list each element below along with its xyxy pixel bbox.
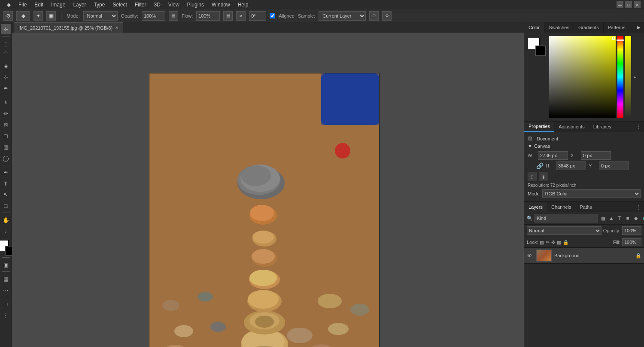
- opacity-input[interactable]: [142, 11, 165, 21]
- adjustments-tab[interactable]: Adjustments: [554, 122, 589, 132]
- smoothing-icon[interactable]: ⌀: [236, 11, 246, 21]
- expand-arrow[interactable]: ►: [633, 36, 636, 118]
- maximize-button[interactable]: □: [625, 1, 632, 8]
- lock-artboard-icon[interactable]: ▩: [557, 240, 561, 245]
- hue-slider[interactable]: [617, 36, 623, 118]
- opacity-input[interactable]: [622, 226, 641, 235]
- menu-select[interactable]: Select: [109, 1, 130, 9]
- lock-pixels-icon[interactable]: ✏: [546, 240, 550, 245]
- rectangular-marquee-tool[interactable]: ⬚: [1, 38, 11, 49]
- menu-ps[interactable]: ◆: [3, 1, 14, 9]
- tool-options-icon[interactable]: ⚙: [3, 11, 13, 21]
- menu-plugins[interactable]: Plugins: [184, 1, 207, 9]
- angle-input[interactable]: [249, 11, 266, 21]
- brush-tool[interactable]: ✏: [1, 108, 11, 119]
- clone-stamp-tool[interactable]: ⎘: [1, 119, 11, 130]
- adjustment-filter-icon[interactable]: ▲: [608, 215, 615, 222]
- eyedropper-tool[interactable]: ✒: [1, 83, 11, 93]
- mode-select[interactable]: Normal: [83, 11, 118, 21]
- pen-tool[interactable]: ✒: [1, 167, 11, 177]
- menu-window[interactable]: Window: [208, 1, 234, 9]
- pressure-opacity-icon[interactable]: ▤: [169, 11, 178, 21]
- channels-tab[interactable]: Channels: [547, 202, 575, 212]
- flow-input[interactable]: [196, 11, 220, 21]
- flow-icon[interactable]: ▤: [223, 11, 233, 21]
- aligned-checkbox[interactable]: [270, 13, 275, 18]
- menu-type[interactable]: Type: [90, 1, 108, 9]
- gradient-tool[interactable]: ▦: [1, 142, 11, 152]
- background-swatch[interactable]: [535, 46, 546, 56]
- quick-mask-toggle[interactable]: ▣: [1, 259, 11, 270]
- minimize-button[interactable]: —: [617, 1, 623, 8]
- link-icon[interactable]: 🔗: [536, 162, 543, 169]
- move-tool[interactable]: ✛: [1, 24, 11, 34]
- lasso-tool[interactable]: ⌒: [1, 49, 11, 60]
- width-input[interactable]: [538, 151, 568, 160]
- tab-close-button[interactable]: ✕: [115, 25, 118, 30]
- menu-edit[interactable]: Edit: [31, 1, 47, 9]
- text-filter-icon[interactable]: T: [616, 215, 623, 222]
- blend-mode-select[interactable]: Normal: [527, 226, 601, 235]
- arrange-tool[interactable]: ⋮: [1, 310, 11, 320]
- libraries-tab[interactable]: Libraries: [589, 122, 616, 132]
- portrait-button[interactable]: ▯: [528, 172, 537, 181]
- close-button[interactable]: ✕: [634, 1, 641, 8]
- filter-toggle[interactable]: ●: [641, 215, 644, 222]
- artboard-tool[interactable]: □: [1, 299, 11, 309]
- crop-tool[interactable]: ⊹: [1, 72, 11, 82]
- brush-size-icon[interactable]: ✦: [33, 11, 43, 21]
- canvas-section-header[interactable]: ▼ Canvas: [528, 143, 641, 149]
- properties-tab[interactable]: Properties: [524, 122, 554, 132]
- color-tab[interactable]: Color: [524, 22, 544, 33]
- height-input[interactable]: [556, 161, 586, 170]
- alpha-slider[interactable]: [625, 36, 631, 118]
- shape-filter-icon[interactable]: ■: [624, 215, 631, 222]
- layer-item[interactable]: 👁 Background 🔒: [524, 248, 644, 264]
- lock-position-icon[interactable]: ✜: [551, 240, 555, 245]
- y-input[interactable]: [599, 161, 629, 170]
- path-selection-tool[interactable]: ↖: [1, 189, 11, 200]
- hand-tool[interactable]: ✋: [1, 215, 11, 225]
- properties-panel-menu[interactable]: ⋮: [634, 122, 644, 132]
- menu-image[interactable]: Image: [48, 1, 69, 9]
- pixel-filter-icon[interactable]: ▦: [600, 215, 607, 222]
- extras-tool[interactable]: ⋯: [1, 285, 11, 295]
- color-panel-menu[interactable]: ►: [634, 22, 644, 33]
- swatches-tab[interactable]: Swatches: [544, 22, 574, 33]
- sample-icon[interactable]: ⊙: [369, 11, 379, 21]
- lock-transparent-icon[interactable]: ▨: [540, 240, 544, 245]
- dodge-tool[interactable]: ◯: [1, 153, 11, 163]
- mode-select[interactable]: RGB Color: [542, 189, 641, 198]
- layer-visibility-toggle[interactable]: 👁: [527, 253, 534, 259]
- menu-layer[interactable]: Layer: [70, 1, 89, 9]
- eraser-tool[interactable]: ◻: [1, 131, 11, 141]
- healing-tool[interactable]: ⚕: [1, 97, 11, 107]
- color-saturation-brightness[interactable]: [549, 36, 616, 118]
- smart-filter-icon[interactable]: ◆: [632, 215, 639, 222]
- menu-file[interactable]: File: [15, 1, 30, 9]
- layers-panel-menu[interactable]: ⋮: [634, 202, 644, 212]
- patterns-tab[interactable]: Patterns: [604, 22, 630, 33]
- brush-toggle-icon[interactable]: ▣: [46, 11, 56, 21]
- quick-select-tool[interactable]: ◈: [1, 61, 11, 71]
- layers-tab[interactable]: Layers: [524, 202, 547, 212]
- menu-filter[interactable]: Filter: [131, 1, 150, 9]
- shape-tool[interactable]: □: [1, 201, 11, 211]
- fill-input[interactable]: [622, 238, 641, 246]
- canvas-viewport[interactable]: [12, 33, 524, 347]
- gradients-tab[interactable]: Gradients: [574, 22, 604, 33]
- canvas-tab[interactable]: IMG_20210701_193155.jpg @ 25% (RGB/8) ✕: [14, 22, 123, 33]
- text-tool[interactable]: T: [1, 178, 11, 189]
- x-input[interactable]: [581, 151, 611, 160]
- zoom-tool[interactable]: ⌕: [1, 226, 11, 236]
- settings-icon[interactable]: ⚙: [382, 11, 392, 21]
- landscape-button[interactable]: ▮: [539, 172, 548, 181]
- menu-help[interactable]: Help: [234, 1, 252, 9]
- sample-select[interactable]: Current Layer: [319, 11, 366, 21]
- brush-preset-icon[interactable]: ◆: [16, 11, 30, 21]
- paths-tab[interactable]: Paths: [576, 202, 596, 212]
- lock-all-icon[interactable]: 🔒: [563, 240, 569, 245]
- menu-view[interactable]: View: [165, 1, 183, 9]
- layers-search-input[interactable]: [535, 214, 598, 222]
- screen-mode[interactable]: ▦: [1, 274, 11, 284]
